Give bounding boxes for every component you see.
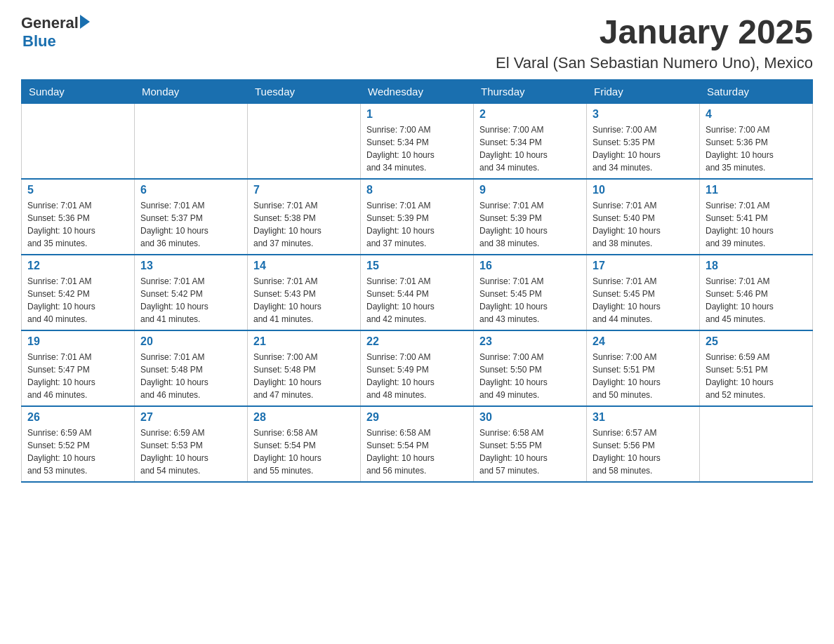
day-number: 15 — [366, 260, 468, 272]
day-number: 19 — [27, 335, 128, 348]
day-info: Sunrise: 6:59 AM Sunset: 5:53 PM Dayligh… — [140, 427, 241, 477]
calendar-week-1: 1Sunrise: 7:00 AM Sunset: 5:34 PM Daylig… — [22, 103, 813, 179]
day-number: 12 — [27, 260, 128, 272]
calendar-cell: 6Sunrise: 7:01 AM Sunset: 5:37 PM Daylig… — [135, 179, 248, 255]
day-number: 1 — [366, 108, 468, 121]
day-number: 20 — [140, 335, 241, 348]
day-info: Sunrise: 7:01 AM Sunset: 5:45 PM Dayligh… — [593, 275, 694, 326]
calendar-cell: 19Sunrise: 7:01 AM Sunset: 5:47 PM Dayli… — [22, 330, 135, 406]
calendar-cell: 12Sunrise: 7:01 AM Sunset: 5:42 PM Dayli… — [22, 255, 135, 330]
location-title: El Varal (San Sebastian Numero Uno), Mex… — [496, 54, 813, 72]
day-number: 2 — [479, 108, 581, 121]
day-number: 6 — [140, 184, 241, 196]
calendar-cell: 20Sunrise: 7:01 AM Sunset: 5:48 PM Dayli… — [135, 330, 248, 406]
logo-text-blue: Blue — [22, 32, 56, 51]
day-number: 5 — [27, 184, 128, 196]
calendar-cell: 8Sunrise: 7:01 AM Sunset: 5:39 PM Daylig… — [361, 179, 474, 255]
day-info: Sunrise: 7:01 AM Sunset: 5:37 PM Dayligh… — [140, 199, 241, 250]
calendar-cell: 9Sunrise: 7:01 AM Sunset: 5:39 PM Daylig… — [474, 179, 587, 255]
day-info: Sunrise: 6:59 AM Sunset: 5:52 PM Dayligh… — [27, 427, 128, 477]
month-title: January 2025 — [496, 14, 813, 51]
calendar-cell: 7Sunrise: 7:01 AM Sunset: 5:38 PM Daylig… — [248, 179, 361, 255]
calendar-cell: 14Sunrise: 7:01 AM Sunset: 5:43 PM Dayli… — [248, 255, 361, 330]
day-info: Sunrise: 7:01 AM Sunset: 5:39 PM Dayligh… — [479, 199, 581, 250]
calendar-header-thursday: Thursday — [474, 79, 587, 103]
calendar-cell: 17Sunrise: 7:01 AM Sunset: 5:45 PM Dayli… — [587, 255, 700, 330]
day-number: 21 — [253, 335, 355, 348]
calendar-cell: 11Sunrise: 7:01 AM Sunset: 5:41 PM Dayli… — [700, 179, 813, 255]
calendar-cell: 15Sunrise: 7:01 AM Sunset: 5:44 PM Dayli… — [361, 255, 474, 330]
day-info: Sunrise: 6:58 AM Sunset: 5:54 PM Dayligh… — [366, 427, 468, 477]
day-info: Sunrise: 7:00 AM Sunset: 5:50 PM Dayligh… — [479, 351, 581, 401]
day-number: 8 — [366, 184, 468, 196]
day-info: Sunrise: 7:01 AM Sunset: 5:38 PM Dayligh… — [253, 199, 355, 250]
day-info: Sunrise: 6:57 AM Sunset: 5:56 PM Dayligh… — [593, 427, 694, 477]
calendar-cell: 13Sunrise: 7:01 AM Sunset: 5:42 PM Dayli… — [135, 255, 248, 330]
calendar-cell: 5Sunrise: 7:01 AM Sunset: 5:36 PM Daylig… — [22, 179, 135, 255]
day-number: 13 — [140, 260, 241, 272]
day-info: Sunrise: 7:01 AM Sunset: 5:42 PM Dayligh… — [140, 275, 241, 326]
logo-text-general: General — [21, 14, 79, 32]
calendar-cell: 23Sunrise: 7:00 AM Sunset: 5:50 PM Dayli… — [474, 330, 587, 406]
day-number: 26 — [27, 411, 128, 424]
day-info: Sunrise: 7:00 AM Sunset: 5:34 PM Dayligh… — [479, 123, 581, 174]
calendar-cell: 28Sunrise: 6:58 AM Sunset: 5:54 PM Dayli… — [248, 406, 361, 482]
calendar-cell: 21Sunrise: 7:00 AM Sunset: 5:48 PM Dayli… — [248, 330, 361, 406]
calendar-header-tuesday: Tuesday — [248, 79, 361, 103]
calendar-cell: 2Sunrise: 7:00 AM Sunset: 5:34 PM Daylig… — [474, 103, 587, 179]
day-number: 22 — [366, 335, 468, 348]
day-number: 4 — [706, 108, 807, 121]
day-info: Sunrise: 7:01 AM Sunset: 5:36 PM Dayligh… — [27, 199, 128, 250]
day-number: 25 — [706, 335, 807, 348]
calendar-cell: 25Sunrise: 6:59 AM Sunset: 5:51 PM Dayli… — [700, 330, 813, 406]
calendar-cell — [22, 103, 135, 179]
day-number: 24 — [593, 335, 694, 348]
day-number: 18 — [706, 260, 807, 272]
calendar-cell — [135, 103, 248, 179]
logo-arrow-icon — [80, 15, 90, 29]
day-number: 16 — [479, 260, 581, 272]
calendar-week-4: 19Sunrise: 7:01 AM Sunset: 5:47 PM Dayli… — [22, 330, 813, 406]
day-number: 31 — [593, 411, 694, 424]
calendar-cell: 10Sunrise: 7:01 AM Sunset: 5:40 PM Dayli… — [587, 179, 700, 255]
calendar-cell: 3Sunrise: 7:00 AM Sunset: 5:35 PM Daylig… — [587, 103, 700, 179]
day-info: Sunrise: 7:00 AM Sunset: 5:48 PM Dayligh… — [253, 351, 355, 401]
calendar-table: SundayMondayTuesdayWednesdayThursdayFrid… — [21, 79, 813, 483]
logo: General Blue — [21, 14, 90, 51]
calendar-week-3: 12Sunrise: 7:01 AM Sunset: 5:42 PM Dayli… — [22, 255, 813, 330]
day-number: 28 — [253, 411, 355, 424]
calendar-header-sunday: Sunday — [22, 79, 135, 103]
calendar-header-row: SundayMondayTuesdayWednesdayThursdayFrid… — [22, 79, 813, 103]
day-number: 27 — [140, 411, 241, 424]
calendar-week-5: 26Sunrise: 6:59 AM Sunset: 5:52 PM Dayli… — [22, 406, 813, 482]
calendar-cell: 31Sunrise: 6:57 AM Sunset: 5:56 PM Dayli… — [587, 406, 700, 482]
day-info: Sunrise: 7:01 AM Sunset: 5:47 PM Dayligh… — [27, 351, 128, 401]
day-info: Sunrise: 7:00 AM Sunset: 5:36 PM Dayligh… — [706, 123, 807, 174]
day-info: Sunrise: 7:01 AM Sunset: 5:45 PM Dayligh… — [479, 275, 581, 326]
day-info: Sunrise: 7:01 AM Sunset: 5:40 PM Dayligh… — [593, 199, 694, 250]
calendar-header-friday: Friday — [587, 79, 700, 103]
day-info: Sunrise: 6:58 AM Sunset: 5:55 PM Dayligh… — [479, 427, 581, 477]
day-info: Sunrise: 7:01 AM Sunset: 5:43 PM Dayligh… — [253, 275, 355, 326]
calendar-cell: 16Sunrise: 7:01 AM Sunset: 5:45 PM Dayli… — [474, 255, 587, 330]
calendar-cell: 29Sunrise: 6:58 AM Sunset: 5:54 PM Dayli… — [361, 406, 474, 482]
day-number: 14 — [253, 260, 355, 272]
day-info: Sunrise: 7:01 AM Sunset: 5:46 PM Dayligh… — [706, 275, 807, 326]
day-info: Sunrise: 7:00 AM Sunset: 5:51 PM Dayligh… — [593, 351, 694, 401]
day-number: 30 — [479, 411, 581, 424]
calendar-cell: 4Sunrise: 7:00 AM Sunset: 5:36 PM Daylig… — [700, 103, 813, 179]
day-number: 11 — [706, 184, 807, 196]
day-number: 29 — [366, 411, 468, 424]
day-info: Sunrise: 6:59 AM Sunset: 5:51 PM Dayligh… — [706, 351, 807, 401]
day-number: 7 — [253, 184, 355, 196]
day-info: Sunrise: 7:01 AM Sunset: 5:39 PM Dayligh… — [366, 199, 468, 250]
calendar-cell: 24Sunrise: 7:00 AM Sunset: 5:51 PM Dayli… — [587, 330, 700, 406]
day-info: Sunrise: 7:01 AM Sunset: 5:48 PM Dayligh… — [140, 351, 241, 401]
day-info: Sunrise: 7:01 AM Sunset: 5:44 PM Dayligh… — [366, 275, 468, 326]
day-info: Sunrise: 7:01 AM Sunset: 5:41 PM Dayligh… — [706, 199, 807, 250]
day-info: Sunrise: 7:00 AM Sunset: 5:49 PM Dayligh… — [366, 351, 468, 401]
day-number: 3 — [593, 108, 694, 121]
calendar-cell — [248, 103, 361, 179]
day-number: 17 — [593, 260, 694, 272]
calendar-cell: 27Sunrise: 6:59 AM Sunset: 5:53 PM Dayli… — [135, 406, 248, 482]
